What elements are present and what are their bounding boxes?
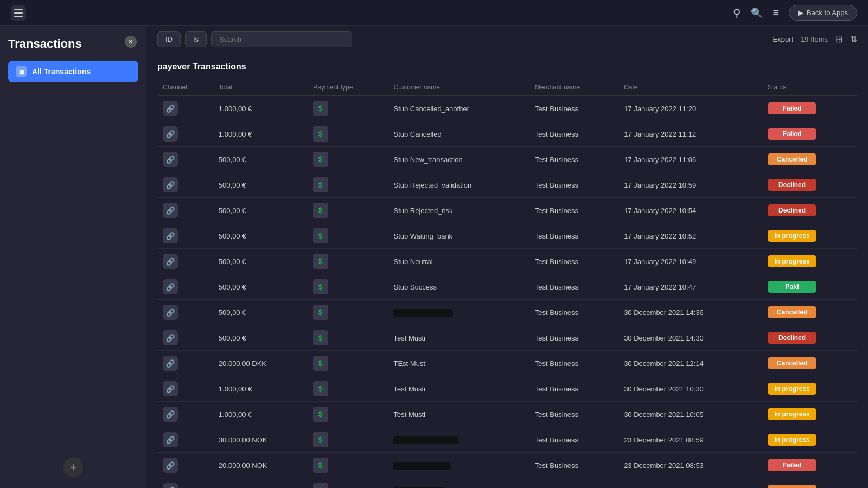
cell-channel: 🔗 [157, 249, 213, 274]
channel-icon: 🔗 [163, 432, 178, 447]
cell-customer-name: Test Musti [388, 402, 529, 427]
cell-status: Cancelled [762, 478, 857, 489]
cell-date: 17 January 2022 11:20 [618, 96, 762, 121]
payment-icon: 💲 [313, 126, 328, 142]
status-badge: Declined [768, 179, 816, 191]
table-row[interactable]: 🔗1.000,00 €💲Stub CancelledTest Business1… [157, 121, 857, 147]
table-row[interactable]: 🔗500,00 €💲Test Business30 December 2021 … [157, 300, 857, 325]
cell-payment-type: 💲 [308, 147, 388, 172]
cell-merchant-name: Test Business [529, 300, 618, 325]
cell-total: 500,00 € [213, 274, 308, 300]
cell-payment-type: 💲 [308, 223, 388, 249]
cell-status: Cancelled [762, 351, 857, 376]
cell-customer-name [388, 478, 529, 489]
view-grid-toggle[interactable]: ⊞ [835, 34, 843, 44]
payment-icon: 💲 [313, 254, 328, 269]
cell-customer-name: Stub Rejected_risk [388, 198, 529, 223]
cell-total: 500,00 € [213, 172, 308, 198]
menu-icon[interactable]: ≡ [773, 7, 779, 19]
table-row[interactable]: 🔗30.000,00 NOK💲Test Business23 December … [157, 427, 857, 453]
search-input[interactable] [211, 31, 352, 47]
cell-date: 30 December 2021 14:36 [618, 300, 762, 325]
cell-channel: 🔗 [157, 478, 213, 489]
status-badge: Cancelled [768, 306, 816, 318]
export-button[interactable]: Export [773, 35, 794, 43]
search-icon[interactable]: 🔍 [751, 7, 763, 19]
filter-is-button[interactable]: Is [185, 31, 207, 47]
cell-total: 500,00 € [213, 147, 308, 172]
cell-merchant-name: Test Business [529, 121, 618, 147]
cell-date: 22 December 2021 16:56 [618, 478, 762, 489]
cell-customer-name [388, 300, 529, 325]
table-row[interactable]: 🔗20.000,00 DKK💲TEst MustiTest Business30… [157, 351, 857, 376]
cell-payment-type: 💲 [308, 351, 388, 376]
payment-icon: 💲 [313, 152, 328, 167]
cell-payment-type: 💲 [308, 300, 388, 325]
col-merchant-name: Merchant name [529, 79, 618, 96]
cell-channel: 🔗 [157, 453, 213, 478]
table-row[interactable]: 🔗1.000,00 €💲Test MustiTest Business30 De… [157, 402, 857, 427]
payment-icon: 💲 [313, 483, 328, 488]
cell-merchant-name: Test Business [529, 453, 618, 478]
cell-date: 30 December 2021 10:30 [618, 376, 762, 402]
status-badge: Failed [768, 102, 816, 114]
account-icon[interactable]: ⚲ [733, 7, 741, 20]
cell-channel: 🔗 [157, 198, 213, 223]
cell-merchant-name: Test Business [529, 223, 618, 249]
sidebar-item-all-transactions[interactable]: ▦ All Transactions [8, 61, 138, 82]
table-row[interactable]: 🔗20.000,00 NOK💲Test Business23 December … [157, 453, 857, 478]
sidebar: Transactions ✕ ▦ All Transactions + [0, 26, 146, 488]
filter-id-button[interactable]: ID [157, 31, 181, 47]
cell-merchant-name: Test Business [529, 351, 618, 376]
cell-payment-type: 💲 [308, 376, 388, 402]
cell-status: In progress [762, 376, 857, 402]
cell-customer-name: Stub Rejected_validation [388, 172, 529, 198]
col-total: Total [213, 79, 308, 96]
cell-channel: 🔗 [157, 300, 213, 325]
channel-icon: 🔗 [163, 126, 178, 142]
cell-date: 17 January 2022 10:59 [618, 172, 762, 198]
cell-total: 30.000,00 NOK [213, 427, 308, 453]
cell-payment-type: 💲 [308, 121, 388, 147]
cell-channel: 🔗 [157, 96, 213, 121]
main-content: ID Is Export 19 Items ⊞ ⇅ payever Transa… [146, 26, 868, 488]
table-row[interactable]: 🔗500,00 €💲Test MustiTest Business30 Dece… [157, 325, 857, 351]
cell-payment-type: 💲 [308, 453, 388, 478]
table-row[interactable]: 🔗500,00 €💲Stub Rejected_riskTest Busines… [157, 198, 857, 223]
payment-icon: 💲 [313, 305, 328, 320]
table-row[interactable]: 🔗10.000,00 NOK💲Test Business22 December … [157, 478, 857, 489]
table-row[interactable]: 🔗1.000,00 €💲Stub Cancelled_anotherTest B… [157, 96, 857, 121]
table-row[interactable]: 🔗1.000,00 €💲Test MustiTest Business30 De… [157, 376, 857, 402]
table-row[interactable]: 🔗500,00 €💲Stub NeutralTest Business17 Ja… [157, 249, 857, 274]
svg-rect-1 [14, 12, 23, 14]
svg-rect-0 [14, 9, 23, 10]
cell-payment-type: 💲 [308, 274, 388, 300]
table-row[interactable]: 🔗500,00 €💲Stub SuccessTest Business17 Ja… [157, 274, 857, 300]
status-badge: In progress [768, 230, 816, 242]
channel-icon: 🔗 [163, 407, 178, 422]
status-badge: Declined [768, 332, 816, 344]
cell-merchant-name: Test Business [529, 96, 618, 121]
table-row[interactable]: 🔗500,00 €💲Stub Rejected_validationTest B… [157, 172, 857, 198]
table-row[interactable]: 🔗500,00 €💲Stub Waiting_bankTest Business… [157, 223, 857, 249]
sort-button[interactable]: ⇅ [850, 34, 857, 44]
sidebar-close-button[interactable]: ✕ [125, 36, 137, 48]
status-badge: Cancelled [768, 153, 816, 165]
cell-channel: 🔗 [157, 325, 213, 351]
col-customer-name: Customer name [388, 79, 529, 96]
back-to-apps-button[interactable]: ▶ Back to Apps [789, 5, 857, 21]
cell-status: In progress [762, 402, 857, 427]
add-button[interactable]: + [63, 458, 83, 477]
status-badge: Paid [768, 281, 816, 293]
cell-merchant-name: Test Business [529, 478, 618, 489]
cell-status: In progress [762, 427, 857, 453]
status-badge: In progress [768, 408, 816, 420]
cell-payment-type: 💲 [308, 427, 388, 453]
sidebar-toggle-icon[interactable] [11, 5, 26, 21]
status-badge: Failed [768, 128, 816, 140]
redacted-text [393, 462, 450, 470]
cell-merchant-name: Test Business [529, 249, 618, 274]
table-row[interactable]: 🔗500,00 €💲Stub New_transactionTest Busin… [157, 147, 857, 172]
payment-icon: 💲 [313, 432, 328, 447]
cell-total: 10.000,00 NOK [213, 478, 308, 489]
